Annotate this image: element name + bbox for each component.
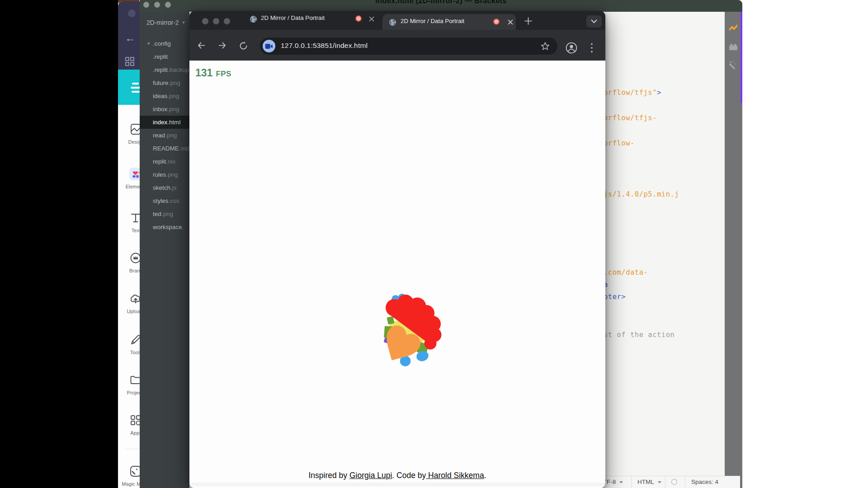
forward-icon[interactable] xyxy=(217,41,227,50)
file-label: workspace. xyxy=(153,221,184,234)
file-tree-item-styles-css[interactable]: styles.css xyxy=(140,194,189,207)
brackets-titlebar[interactable]: index.html (2D-mirror-2) — Brackets xyxy=(140,0,742,12)
file-label: ideas.png xyxy=(153,89,179,103)
file-tree-item-index-html[interactable]: index.html xyxy=(140,116,189,129)
file-name: ted xyxy=(153,211,161,217)
new-tab-button[interactable] xyxy=(524,17,532,25)
camera-icon xyxy=(265,43,273,49)
file-extension: . xyxy=(182,224,184,230)
link-giorgia-lupi[interactable]: Giorgia Lupi xyxy=(349,471,392,480)
file-tree-item-replit-backup[interactable]: .replit.backup xyxy=(140,63,189,76)
file-extension: .css xyxy=(169,197,179,204)
file-tree-item-ideas-png[interactable]: ideas.png xyxy=(140,89,189,103)
dashboard-grid-icon[interactable] xyxy=(125,56,135,66)
file-label: .config xyxy=(153,37,171,50)
file-name: sketch xyxy=(153,184,170,191)
extension-manager-icon[interactable] xyxy=(728,42,739,52)
file-extension: .md xyxy=(179,145,189,152)
window-minimize-button[interactable] xyxy=(213,18,219,24)
fps-unit: FPS xyxy=(216,70,231,78)
code-line: orflow/tfjs"> xyxy=(604,87,661,99)
file-tree-item-workspace-[interactable]: workspace. xyxy=(140,221,189,234)
window-zoom-button[interactable] xyxy=(224,18,230,24)
tab-list-chevron-button[interactable] xyxy=(586,15,602,28)
file-label: .replit.backup xyxy=(153,63,189,76)
file-label: sketch.js xyxy=(153,181,177,194)
address-bar[interactable]: 127.0.0.1:53851/index.html xyxy=(260,38,557,55)
code-line: js/1.4.0/p5.min.j xyxy=(604,188,679,201)
file-extension: .png xyxy=(166,171,178,178)
file-name: .replit xyxy=(153,53,168,60)
desktop-left-black-margin xyxy=(0,0,118,488)
url-text[interactable]: 127.0.0.1:53851/index.html xyxy=(281,42,368,50)
hamburger-menu-icon[interactable] xyxy=(132,83,139,84)
hamburger-menu-icon-bar[interactable] xyxy=(132,91,140,93)
chevron-down-icon: ▼ xyxy=(182,20,186,25)
tab-inactive[interactable]: 2D Mirror / Data Portrait xyxy=(246,11,382,27)
tab-close-icon[interactable] xyxy=(508,19,513,25)
indent-setting[interactable]: Spaces: 4 xyxy=(691,476,718,488)
file-label: README.md xyxy=(153,142,189,155)
file-tree-item-inbox-png[interactable]: inbox.png xyxy=(140,103,189,116)
file-tree-item-rules-png[interactable]: rules.png xyxy=(140,168,189,181)
file-name: styles xyxy=(153,197,169,204)
code-token: oter> xyxy=(604,293,626,301)
file-tree-item-replit-nix[interactable]: replit.nix xyxy=(140,155,189,168)
generative-art-canvas[interactable] xyxy=(353,272,470,390)
window-edge-accent xyxy=(741,12,742,103)
code-token: js/1.4.0/p5.min.j xyxy=(604,190,679,198)
back-arrow-icon[interactable]: ← xyxy=(124,32,136,44)
reload-icon[interactable] xyxy=(239,41,248,51)
file-tree-item-ted-png[interactable]: ted.png xyxy=(140,207,189,221)
magic-wand-icon[interactable] xyxy=(728,60,739,71)
chrome-toolbar: 127.0.0.1:53851/index.html xyxy=(189,30,605,61)
back-icon[interactable] xyxy=(197,41,206,50)
tab-capture-badge[interactable] xyxy=(263,40,275,52)
hamburger-menu-icon-bar[interactable] xyxy=(131,87,140,89)
file-name: read xyxy=(153,132,165,139)
tab-title: 2D Mirror / Data Portrait xyxy=(261,14,325,21)
file-name: rules xyxy=(153,171,166,178)
file-label: future.png xyxy=(153,76,180,89)
file-tree-item-sketch-js[interactable]: sketch.js xyxy=(140,181,189,194)
bookmark-star-icon[interactable] xyxy=(541,42,550,51)
project-dropdown[interactable]: 2D-mirror-2▼ xyxy=(146,19,185,26)
file-label: inbox.png xyxy=(153,103,179,116)
file-tree-item-read-png[interactable]: read.png xyxy=(140,129,189,142)
file-name: README xyxy=(153,145,179,152)
language-selector[interactable]: HTML xyxy=(637,476,661,488)
file-extension: .html xyxy=(167,119,180,126)
file-label: rules.png xyxy=(153,168,178,181)
file-tree-item-future-png[interactable]: future.png xyxy=(140,76,189,89)
file-name: ideas xyxy=(153,93,167,99)
page-caption: Inspired by Giorgia Lupi. Code by Harold… xyxy=(189,471,605,480)
spaces-value[interactable]: 4 xyxy=(715,479,719,485)
chevron-down-icon xyxy=(658,481,661,483)
file-tree-item-README-md[interactable]: README.md xyxy=(140,142,189,155)
file-extension: .png xyxy=(167,106,179,113)
file-name: .replit xyxy=(153,66,168,73)
live-preview-icon[interactable] xyxy=(728,23,739,33)
avatar[interactable] xyxy=(128,9,136,17)
code-token: orflow- xyxy=(604,139,635,147)
profile-icon[interactable] xyxy=(566,42,577,54)
file-extension: .js xyxy=(170,184,177,191)
code-line: orflow/tfjs- xyxy=(604,112,657,124)
file-label: .replit xyxy=(153,50,168,63)
file-label: read.png xyxy=(153,129,177,142)
chrome-window: 2D Mirror / Data Portrait 2D Mirror / Da… xyxy=(189,11,605,488)
code-token: .com/data- xyxy=(604,268,648,277)
folder-disclosure-icon[interactable] xyxy=(148,42,150,45)
language-value: HTML xyxy=(637,479,654,485)
file-tree-item-replit[interactable]: .replit xyxy=(140,50,189,63)
menu-dots-icon[interactable] xyxy=(591,42,593,53)
link-harold-sikkema[interactable]: Harold Sikkema xyxy=(426,471,484,480)
globe-favicon xyxy=(389,19,396,26)
tab-active[interactable]: 2D Mirror / Data Portrait xyxy=(382,14,516,30)
page-footer-strip xyxy=(189,483,605,486)
statusbar-divider xyxy=(685,476,685,488)
tab-close-icon[interactable] xyxy=(369,16,374,22)
file-tree-item-config[interactable]: .config xyxy=(140,37,189,50)
window-close-button[interactable] xyxy=(202,18,208,24)
lint-status-icon[interactable] xyxy=(671,479,677,485)
